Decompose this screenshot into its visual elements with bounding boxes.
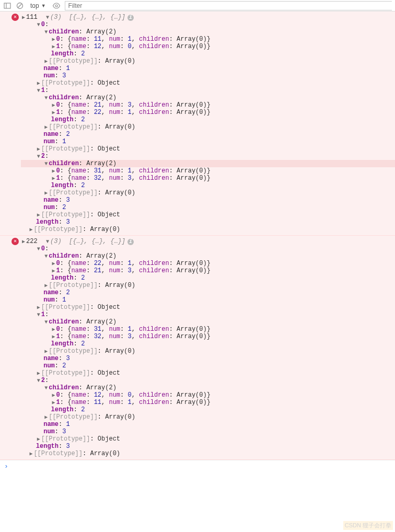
array-index-row[interactable]: 1: [21,311,395,318]
disclosure-triangle-icon[interactable] [51,102,56,108]
disclosure-triangle-icon[interactable] [51,399,56,406]
disclosure-triangle-icon[interactable] [43,414,49,420]
disclosure-triangle-icon[interactable] [36,146,41,152]
clear-console-icon[interactable] [16,2,24,10]
child-entry-row[interactable]: 1: {name: 11, num: 1, children: Array(0)… [21,399,395,406]
disclosure-triangle-icon[interactable] [43,319,49,325]
disclosure-triangle-icon[interactable] [21,238,26,245]
disclosure-triangle-icon[interactable] [21,14,26,20]
prototype-row[interactable]: [[Prototype]]: Object [21,79,395,87]
child-entry-row[interactable]: 0: {name: 21, num: 3, children: Array(0)… [21,101,395,109]
prototype-row[interactable]: [[Prototype]]: Object [21,369,395,377]
disclosure-triangle-icon[interactable] [28,226,33,233]
disclosure-triangle-icon[interactable] [51,268,56,274]
disclosure-triangle-icon[interactable] [36,154,41,159]
prototype-row[interactable]: [[Prototype]]: Array(0) [21,123,395,131]
disclosure-triangle-icon[interactable] [51,175,56,181]
array-index-row[interactable]: 0: [21,21,395,28]
disclosure-triangle-icon[interactable] [36,436,41,442]
prototype-row[interactable]: [[Prototype]]: Object [21,435,395,443]
disclosure-triangle-icon[interactable] [43,348,49,354]
length-row: length: 2 [21,274,395,282]
array-index-row[interactable]: 1: [21,87,395,94]
child-entry-row[interactable]: 0: {name: 31, num: 1, children: Array(0)… [21,167,395,175]
prototype-row[interactable]: [[Prototype]]: Object [21,145,395,153]
disclosure-triangle-icon[interactable] [28,450,33,457]
disclosure-triangle-icon[interactable] [43,58,49,64]
disclosure-triangle-icon[interactable] [36,80,41,86]
child-entry-row[interactable]: 0: {name: 31, num: 1, children: Array(0)… [21,326,395,333]
disclosure-triangle-icon[interactable] [43,29,49,35]
disclosure-triangle-icon[interactable] [43,190,49,196]
disclosure-triangle-icon[interactable] [36,304,41,310]
num-row: num: 2 [21,204,395,211]
disclosure-triangle-icon[interactable] [43,385,49,391]
filter-input[interactable] [68,2,389,9]
child-entry-row[interactable]: 0: {name: 12, num: 0, children: Array(0)… [21,391,395,399]
length-row: length: 2 [21,50,395,57]
disclosure-triangle-icon[interactable] [45,239,50,245]
disclosure-triangle-icon[interactable] [45,15,50,20]
children-row[interactable]: children: Array(2) [21,318,395,326]
disclosure-triangle-icon[interactable] [36,378,41,384]
filter-input-container [65,1,392,10]
num-row: num: 3 [21,72,395,79]
disclosure-triangle-icon[interactable] [51,109,56,115]
children-row[interactable]: children: Array(2) [21,252,395,260]
info-icon[interactable]: i [127,15,134,21]
prototype-row[interactable]: [[Prototype]]: Object [21,304,395,311]
child-entry-row[interactable]: 1: {name: 12, num: 0, children: Array(0)… [21,43,395,50]
disclosure-triangle-icon[interactable] [36,246,41,252]
message-gutter: ✕ [0,237,21,458]
prototype-row[interactable]: [[Prototype]]: Array(0) [21,450,395,457]
disclosure-triangle-icon[interactable] [51,260,56,267]
children-row[interactable]: children: Array(2) [21,384,395,391]
num-row: num: 2 [21,362,395,369]
execution-context-selector[interactable]: top ▼ [28,2,48,9]
disclosure-triangle-icon[interactable] [51,326,56,332]
array-index-row[interactable]: 2: [21,377,395,384]
child-entry-row[interactable]: 1: {name: 32, num: 3, children: Array(0)… [21,333,395,340]
disclosure-triangle-icon[interactable] [51,333,56,340]
info-icon[interactable]: i [127,239,134,245]
disclosure-triangle-icon[interactable] [43,161,49,167]
name-row: name: 3 [21,196,395,204]
children-row[interactable]: children: Array(2) [21,28,395,36]
child-entry-row[interactable]: 1: {name: 21, num: 3, children: Array(0)… [21,267,395,274]
prototype-row[interactable]: [[Prototype]]: Array(0) [21,57,395,65]
chevron-down-icon: ▼ [41,3,46,8]
disclosure-triangle-icon[interactable] [36,22,41,28]
children-row[interactable]: children: Array(2) [21,94,395,101]
child-entry-row[interactable]: 1: {name: 32, num: 3, children: Array(0)… [21,175,395,182]
child-entry-row[interactable]: 1: {name: 22, num: 1, children: Array(0)… [21,109,395,116]
live-expression-icon[interactable] [52,2,61,10]
disclosure-triangle-icon[interactable] [43,253,49,259]
child-entry-row[interactable]: 0: {name: 22, num: 1, children: Array(0)… [21,260,395,267]
disclosure-triangle-icon[interactable] [36,88,41,94]
array-index-row[interactable]: 2: [21,153,395,160]
console-prompt[interactable]: › [0,460,395,472]
disclosure-triangle-icon[interactable] [43,282,49,288]
log-summary-row[interactable]: 111 (3) [{…}, {…}, {…}]i [21,14,395,21]
log-summary-row[interactable]: 222 (3) [{…}, {…}, {…}]i [21,238,395,245]
disclosure-triangle-icon[interactable] [36,212,41,218]
disclosure-triangle-icon[interactable] [36,312,41,318]
array-index-row[interactable]: 0: [21,245,395,252]
disclosure-triangle-icon[interactable] [51,392,56,398]
disclosure-triangle-icon[interactable] [51,168,56,174]
child-entry-row[interactable]: 0: {name: 11, num: 1, children: Array(0)… [21,36,395,43]
disclosure-triangle-icon[interactable] [51,43,56,50]
prototype-row[interactable]: [[Prototype]]: Array(0) [21,413,395,421]
prototype-row[interactable]: [[Prototype]]: Array(0) [21,189,395,196]
disclosure-triangle-icon[interactable] [43,95,49,101]
prototype-row[interactable]: [[Prototype]]: Object [21,211,395,218]
prototype-row[interactable]: [[Prototype]]: Array(0) [21,226,395,233]
children-row[interactable]: children: Array(2) [21,160,395,167]
disclosure-triangle-icon[interactable] [36,370,41,376]
disclosure-triangle-icon[interactable] [43,124,49,130]
prototype-row[interactable]: [[Prototype]]: Array(0) [21,282,395,289]
disclosure-triangle-icon[interactable] [51,36,56,42]
sidebar-toggle-icon[interactable] [3,2,11,10]
prototype-row[interactable]: [[Prototype]]: Array(0) [21,348,395,355]
length-row: length: 2 [21,340,395,348]
